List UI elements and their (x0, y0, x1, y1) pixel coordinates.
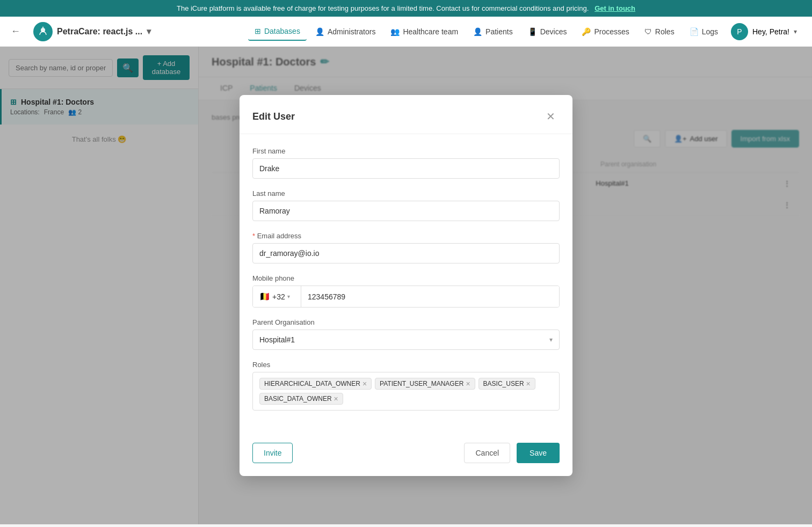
banner-link[interactable]: Get in touch (595, 4, 635, 12)
first-name-group: First name (252, 147, 560, 179)
nav-roles[interactable]: 🛡 Roles (638, 23, 681, 40)
phone-label: Mobile phone (252, 274, 560, 282)
org-select[interactable]: Hospital#1 ▾ (252, 330, 560, 350)
role-tag: BASIC_DATA_OWNER × (259, 393, 343, 405)
main-content: 🔍 + Add database ⊞ Hospital #1: Doctors … (0, 47, 812, 524)
back-button[interactable]: ← (11, 26, 20, 37)
country-caret-icon: ▾ (287, 294, 290, 299)
phone-input-group: 🇧🇪 +32 ▾ (252, 286, 560, 308)
role-label: PATIENT_USER_MANAGER (380, 380, 463, 387)
remove-role-button[interactable]: × (526, 380, 531, 387)
org-group: Parent Organisation Hospital#1 ▾ (252, 318, 560, 350)
phone-group: Mobile phone 🇧🇪 +32 ▾ (252, 274, 560, 308)
close-modal-button[interactable]: ✕ (542, 108, 560, 125)
first-name-label: First name (252, 147, 560, 155)
modal-body: First name Last name Email address Mobil… (240, 134, 572, 434)
last-name-group: Last name (252, 189, 560, 221)
healthcare-icon: 👥 (390, 27, 400, 36)
nav-logs[interactable]: 📄 Logs (683, 23, 724, 40)
cancel-button[interactable]: Cancel (464, 443, 510, 463)
modal-footer: Invite Cancel Save (240, 434, 572, 476)
remove-role-button[interactable]: × (334, 395, 338, 402)
main-header: ← PetraCare: react.js ... ▾ ⊞ Databases … (0, 17, 812, 47)
email-group: Email address (252, 232, 560, 264)
last-name-input[interactable] (252, 201, 560, 221)
avatar: P (731, 23, 748, 40)
country-code: +32 (272, 292, 285, 301)
nav-administrators[interactable]: 👤 Administrators (309, 23, 382, 40)
roles-group: Roles HIERARCHICAL_DATA_OWNER × PATIENT_… (252, 361, 560, 411)
app-name: PetraCare: react.js ... (57, 27, 142, 36)
administrators-icon: 👤 (315, 27, 324, 36)
org-label: Parent Organisation (252, 318, 560, 326)
logo-icon (33, 22, 53, 41)
user-menu[interactable]: P Hey, Petra! ▾ (727, 21, 801, 42)
edit-user-modal: Edit User ✕ First name Last name Email a… (240, 95, 572, 476)
main-nav: ⊞ Databases 👤 Administrators 👥 Healthcar… (248, 21, 801, 42)
last-name-label: Last name (252, 189, 560, 197)
databases-icon: ⊞ (255, 27, 261, 35)
app-dropdown-icon[interactable]: ▾ (147, 26, 151, 36)
invite-button[interactable]: Invite (252, 443, 293, 463)
country-flag: 🇧🇪 (259, 291, 270, 302)
org-select-caret-icon: ▾ (549, 336, 553, 343)
nav-healthcare-team[interactable]: 👥 Healthcare team (384, 23, 465, 40)
role-label: HIERARCHICAL_DATA_OWNER (264, 380, 360, 387)
first-name-input[interactable] (252, 158, 560, 179)
role-tag: HIERARCHICAL_DATA_OWNER × (259, 378, 372, 390)
modal-title: Edit User (252, 111, 295, 122)
email-input[interactable] (252, 243, 560, 264)
modal-header: Edit User ✕ (240, 95, 572, 134)
processes-icon: 🔑 (582, 27, 591, 36)
logs-icon: 📄 (690, 27, 699, 36)
nav-patients[interactable]: 👤 Patients (467, 23, 519, 40)
modal-overlay: Edit User ✕ First name Last name Email a… (0, 47, 812, 524)
remove-role-button[interactable]: × (466, 380, 470, 387)
announcement-banner: The iCure platform is available free of … (0, 0, 812, 17)
roles-label: Roles (252, 361, 560, 369)
nav-processes[interactable]: 🔑 Processes (575, 23, 635, 40)
svg-point-1 (42, 26, 44, 28)
role-tag: BASIC_USER × (479, 378, 535, 390)
role-tag: PATIENT_USER_MANAGER × (375, 378, 475, 390)
role-label: BASIC_USER (483, 380, 524, 387)
org-select-value: Hospital#1 (259, 335, 549, 344)
role-label: BASIC_DATA_OWNER (264, 395, 332, 402)
roles-container: HIERARCHICAL_DATA_OWNER × PATIENT_USER_M… (252, 372, 560, 411)
patients-icon: 👤 (473, 27, 482, 36)
user-menu-caret: ▾ (794, 28, 797, 35)
nav-devices[interactable]: 📱 Devices (521, 23, 574, 40)
modal-footer-right: Cancel Save (464, 443, 560, 463)
user-greeting: Hey, Petra! (752, 27, 789, 36)
app-logo: PetraCare: react.js ... ▾ (33, 22, 151, 41)
devices-icon: 📱 (528, 27, 537, 36)
save-button[interactable]: Save (517, 443, 560, 463)
remove-role-button[interactable]: × (363, 380, 367, 387)
nav-databases[interactable]: ⊞ Databases (248, 23, 307, 41)
email-label: Email address (252, 232, 560, 240)
banner-message: The iCure platform is available free of … (177, 4, 589, 12)
country-selector[interactable]: 🇧🇪 +32 ▾ (253, 286, 301, 307)
roles-icon: 🛡 (644, 27, 652, 36)
phone-number-input[interactable] (301, 286, 559, 307)
